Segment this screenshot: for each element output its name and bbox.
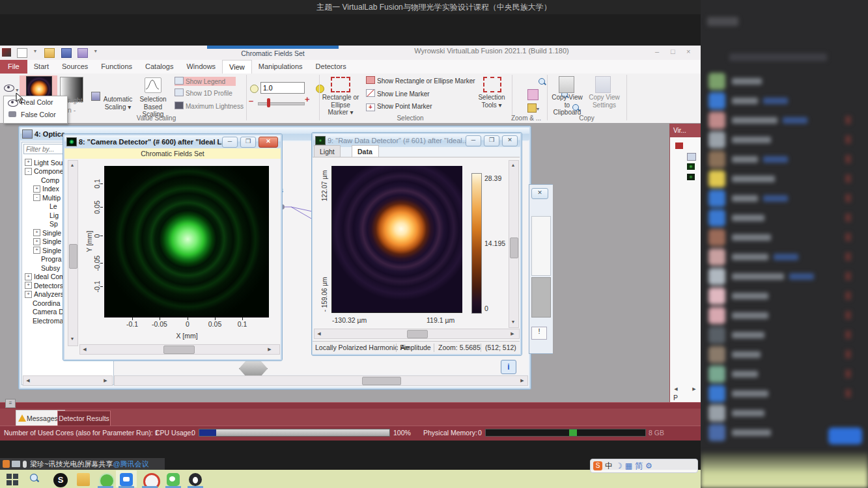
scroll-right-icon[interactable]: ▶: [690, 385, 699, 394]
tree-scrollbar[interactable]: [23, 375, 113, 386]
participant-row[interactable]: [701, 405, 868, 423]
qq-icon[interactable]: [189, 473, 202, 486]
minimize-button[interactable]: ─: [222, 137, 238, 148]
menu-item-real-color[interactable]: Real Color: [4, 96, 67, 109]
input-method-icon[interactable]: S: [53, 473, 68, 487]
zoom-in-icon[interactable]: [539, 78, 547, 87]
scrollbar-thumb[interactable]: [362, 377, 401, 385]
participant-row[interactable]: [701, 190, 868, 208]
share-link[interactable]: @腾讯会议: [113, 459, 148, 469]
zoom-lock-caret[interactable]: ▾: [537, 106, 539, 112]
scroll-right-icon[interactable]: ▶: [508, 329, 517, 338]
show-line-marker-button[interactable]: Show Line Marker: [366, 89, 475, 98]
tab-view[interactable]: View: [222, 60, 252, 74]
show-rectangle-marker-button[interactable]: Show Rectangle or Ellipse Marker: [366, 76, 475, 85]
search-icon[interactable]: [30, 474, 46, 488]
copy-view-to-clipboard-button[interactable]: Copy View to Clipboard: [550, 94, 584, 116]
start-button[interactable]: [7, 473, 20, 486]
toolbar-options-icon[interactable]: ▾: [94, 48, 99, 57]
scroll-up-icon[interactable]: ▲: [68, 161, 77, 170]
show-point-marker-button[interactable]: +Show Point Marker: [366, 102, 475, 111]
participant-row[interactable]: [701, 73, 868, 91]
close-button[interactable]: ✕: [259, 137, 278, 148]
ime-keyboard-icon[interactable]: ▦: [625, 461, 632, 470]
panel-icon[interactable]: ≡: [5, 399, 16, 408]
panel-action-button[interactable]: [828, 427, 862, 444]
scrollbar-thumb[interactable]: [510, 237, 518, 258]
maximize-button[interactable]: ❒: [240, 137, 256, 148]
ime-toolbar[interactable]: S 中 ☽ ▦ 简 ⚙: [590, 459, 698, 473]
scroll-left-icon[interactable]: ◀: [23, 376, 33, 385]
show-1d-profile-button[interactable]: Show 1D Profile: [175, 88, 236, 98]
camera-hscrollbar[interactable]: [79, 344, 280, 355]
sogou-icon[interactable]: S: [593, 461, 602, 470]
participant-row[interactable]: [701, 170, 868, 189]
participant-row[interactable]: [701, 268, 868, 286]
participant-row[interactable]: [701, 307, 868, 325]
scroll-left-icon[interactable]: ◀: [315, 329, 324, 338]
participant-row[interactable]: [701, 288, 868, 306]
ime-settings-icon[interactable]: ⚙: [645, 461, 652, 470]
scroll-left-icon[interactable]: ◀: [80, 345, 89, 354]
participant-row[interactable]: [701, 249, 868, 267]
raw-vscrollbar[interactable]: [509, 160, 519, 328]
scrollbar-thumb[interactable]: [163, 346, 195, 354]
brightness-slider-handle[interactable]: [267, 98, 270, 107]
automatic-scaling-button[interactable]: Automatic Scaling ▾: [99, 96, 137, 111]
contextual-tab-chromatic-fields-set[interactable]: Chromatic Fields Set: [207, 46, 339, 60]
scroll-left-icon[interactable]: ◀: [671, 385, 680, 394]
raw-hscrollbar[interactable]: [314, 329, 520, 339]
show-legend-button[interactable]: Show Legend: [175, 77, 236, 86]
file-explorer-icon[interactable]: [77, 473, 90, 486]
scroll-right-icon[interactable]: ▶: [101, 376, 110, 385]
participant-row[interactable]: [701, 229, 868, 247]
scrollbar-thumb[interactable]: [69, 244, 77, 269]
tab-windows[interactable]: Windows: [180, 60, 222, 74]
participant-row[interactable]: [701, 327, 868, 345]
participant-row[interactable]: [701, 210, 868, 228]
tab-catalogs[interactable]: Catalogs: [139, 60, 180, 74]
close-button[interactable]: ×: [686, 47, 690, 55]
camera-plot[interactable]: [104, 166, 269, 318]
brightness-input[interactable]: [260, 82, 305, 94]
close-button[interactable]: ✕: [502, 135, 518, 146]
camera-vscrollbar[interactable]: [68, 160, 78, 346]
participant-row[interactable]: [701, 112, 868, 130]
ime-lang-toggle[interactable]: 中: [605, 461, 613, 472]
dialog-close-button[interactable]: ✕: [531, 188, 548, 199]
tencent-meeting-icon[interactable]: [120, 473, 133, 486]
new-document-icon[interactable]: [17, 48, 27, 58]
scrollbar-thumb[interactable]: [407, 330, 428, 338]
open-folder-icon[interactable]: [44, 48, 55, 58]
dialog-exclaim-button[interactable]: !: [531, 327, 547, 340]
side-window-title[interactable]: Vir...: [670, 124, 705, 137]
app-logo-icon[interactable]: [2, 48, 11, 57]
participant-row[interactable]: [701, 385, 868, 403]
minimize-button[interactable]: ─: [466, 135, 481, 146]
scroll-down-icon[interactable]: ▼: [68, 334, 77, 344]
tab-start[interactable]: Start: [27, 60, 55, 74]
copy-view-settings-button[interactable]: Copy View Settings: [587, 94, 621, 109]
monitor-icon[interactable]: [77, 48, 88, 58]
participant-row[interactable]: [701, 151, 868, 169]
participant-row[interactable]: [701, 366, 868, 384]
participant-row[interactable]: [701, 346, 868, 364]
caret-down-icon[interactable]: ▾: [34, 48, 38, 57]
tab-detector-results[interactable]: Detector Results: [57, 411, 111, 426]
selection-tools-button[interactable]: Selection Tools ▾: [475, 94, 508, 109]
scroll-up-icon[interactable]: ▲: [509, 161, 518, 170]
minimize-button[interactable]: –: [655, 47, 659, 55]
wechat-icon[interactable]: [167, 473, 180, 486]
tab-sources[interactable]: Sources: [55, 60, 94, 74]
diagram-scrollbar[interactable]: [114, 375, 528, 386]
maximum-lightness-button[interactable]: Maximum Lightness: [175, 102, 236, 111]
participant-row[interactable]: [701, 131, 868, 150]
tab-functions[interactable]: Functions: [94, 60, 139, 74]
tab-manipulations[interactable]: Manipulations: [252, 60, 309, 74]
ime-simplified-toggle[interactable]: 简: [635, 461, 643, 472]
scroll-right-icon[interactable]: ▶: [265, 345, 274, 354]
tab-light-view[interactable]: Light View: [314, 145, 341, 158]
scroll-down-icon[interactable]: ▼: [509, 318, 518, 327]
zoom-lock-icon[interactable]: [527, 103, 537, 113]
ime-moon-icon[interactable]: ☽: [615, 461, 623, 470]
